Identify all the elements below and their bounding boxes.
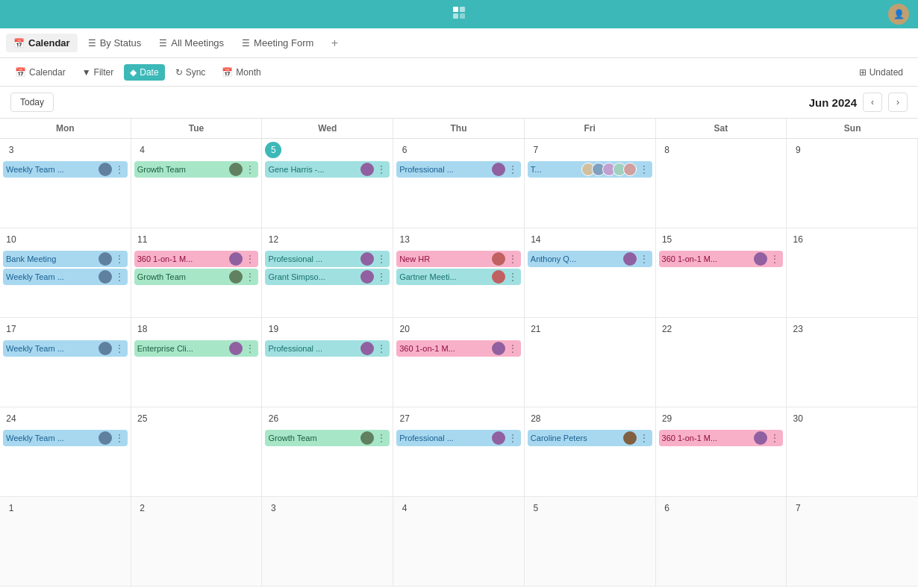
calendar-event[interactable]: Bank Meeting⋮ <box>3 251 128 267</box>
date-button[interactable]: ◆ Date <box>124 64 164 81</box>
cell-date-number: 10 <box>3 231 19 248</box>
svg-rect-1 <box>460 7 465 12</box>
event-menu-dots[interactable]: ⋮ <box>376 343 387 354</box>
event-menu-dots[interactable]: ⋮ <box>114 253 125 265</box>
event-menu-dots[interactable]: ⋮ <box>639 253 649 265</box>
cell-top: 7+ <box>528 142 652 158</box>
tab-meeting-form[interactable]: ☰ Meeting Form <box>234 34 321 52</box>
month-button[interactable]: 📅 Month <box>216 64 266 81</box>
event-menu-dots[interactable]: ⋮ <box>639 163 649 175</box>
cell-date-number: 13 <box>396 231 413 248</box>
calendar-cell: 14+Anthony Q...⋮ <box>525 228 656 318</box>
event-avatar <box>492 270 505 284</box>
calendar-event[interactable]: Growth Team⋮ <box>134 269 259 285</box>
cell-top: 17+ <box>3 321 128 337</box>
event-menu-dots[interactable]: ⋮ <box>508 163 518 175</box>
event-avatar <box>229 342 243 355</box>
event-avatar <box>99 252 112 266</box>
tab-by-status[interactable]: ☰ By Status <box>81 34 149 52</box>
event-menu-dots[interactable]: ⋮ <box>245 253 255 265</box>
event-menu-dots[interactable]: ⋮ <box>376 271 387 283</box>
svg-rect-0 <box>453 7 458 12</box>
event-menu-dots[interactable]: ⋮ <box>114 163 125 175</box>
undated-button[interactable]: ⊞ Undated <box>853 64 909 81</box>
cell-top: 16+ <box>790 231 914 248</box>
calendar-event[interactable]: 360 1-on-1 M...⋮ <box>134 251 259 267</box>
calendar-event[interactable]: Weekly Team ...⋮ <box>3 269 128 285</box>
calendar-cell: 1+ <box>0 497 131 587</box>
calendar-event[interactable]: Grant Simpso...⋮ <box>265 269 390 285</box>
event-menu-dots[interactable]: ⋮ <box>769 432 780 444</box>
app-logo <box>450 4 468 25</box>
calendar-event[interactable]: 360 1-on-1 M...⋮ <box>396 340 521 357</box>
calendar-event[interactable]: Growth Team⋮ <box>134 161 259 178</box>
event-menu-dots[interactable]: ⋮ <box>376 163 387 175</box>
event-menu-dots[interactable]: ⋮ <box>508 253 518 265</box>
sync-button[interactable]: ↻ Sync <box>169 64 212 81</box>
cell-date-number: 7 <box>528 142 544 158</box>
calendar-event[interactable]: Weekly Team ...⋮ <box>3 161 128 178</box>
calendar-event[interactable]: Professional ...⋮ <box>396 430 521 446</box>
tab-all-meetings[interactable]: ☰ All Meetings <box>152 34 231 52</box>
calendar-event[interactable]: New HR⋮ <box>396 251 521 267</box>
filter-button[interactable]: ▼ Filter <box>76 64 120 81</box>
calendar-cell: 30+ <box>787 407 918 497</box>
calendar-event[interactable]: Weekly Team ...⋮ <box>3 430 128 446</box>
cell-top: 4+ <box>134 142 259 158</box>
event-menu-dots[interactable]: ⋮ <box>114 343 125 354</box>
calendar-event[interactable]: Professional ...⋮ <box>265 340 390 357</box>
day-header-sat: Sat <box>656 119 787 138</box>
event-menu-dots[interactable]: ⋮ <box>508 432 518 444</box>
calendar-cell: 3+Weekly Team ...⋮ <box>0 139 131 228</box>
calendar-event[interactable]: Caroline Peters⋮ <box>528 430 652 446</box>
calendar-cell: 26+Growth Team⋮ <box>262 407 393 497</box>
day-header-mon: Mon <box>0 119 131 138</box>
event-menu-dots[interactable]: ⋮ <box>245 343 255 354</box>
event-menu-dots[interactable]: ⋮ <box>114 432 125 444</box>
cell-date-number: 27 <box>396 410 413 427</box>
event-label: Growth Team <box>137 165 228 174</box>
calendar-event[interactable]: Enterprise Cli...⋮ <box>134 340 259 357</box>
event-menu-dots[interactable]: ⋮ <box>508 271 518 283</box>
calendar-cell: 4+ <box>393 497 525 587</box>
calendar-event[interactable]: Professional ...⋮ <box>265 251 390 267</box>
event-menu-dots[interactable]: ⋮ <box>114 271 125 283</box>
event-menu-dots[interactable]: ⋮ <box>376 253 387 265</box>
calendar-event[interactable]: 360 1-on-1 M...⋮ <box>659 251 784 267</box>
add-tab-button[interactable]: + <box>324 33 345 54</box>
calendar-event[interactable]: T...⋮ <box>528 161 652 178</box>
user-avatar[interactable]: 👤 <box>888 4 909 25</box>
calendar-cell: 25+ <box>131 407 263 497</box>
day-header-tue: Tue <box>131 119 263 138</box>
calendar-event[interactable]: 360 1-on-1 M...⋮ <box>659 430 784 446</box>
cell-date-number: 30 <box>790 410 806 427</box>
cell-top: 26+ <box>265 410 390 427</box>
event-menu-dots[interactable]: ⋮ <box>508 343 518 354</box>
calendar-event[interactable]: Growth Team⋮ <box>265 430 390 446</box>
calendar-cell: 12+Professional ...⋮Grant Simpso...⋮ <box>262 228 393 318</box>
cell-top: 25+ <box>134 410 259 427</box>
event-label: T... <box>531 165 579 174</box>
today-button[interactable]: Today <box>10 93 54 112</box>
calendar-event[interactable]: Gene Harris -...⋮ <box>265 161 390 178</box>
day-header-wed: Wed <box>262 119 393 138</box>
event-menu-dots[interactable]: ⋮ <box>376 432 387 444</box>
by-status-tab-icon: ☰ <box>88 38 96 49</box>
prev-month-button[interactable]: ‹ <box>863 93 882 112</box>
cell-top: 1+ <box>3 500 128 516</box>
next-month-button[interactable]: › <box>888 93 908 112</box>
cell-top: 27+ <box>396 410 521 427</box>
tab-calendar[interactable]: 📅 Calendar <box>6 34 78 52</box>
event-menu-dots[interactable]: ⋮ <box>245 271 255 283</box>
calendar-event[interactable]: Professional ...⋮ <box>396 161 521 178</box>
calendar-event[interactable]: Weekly Team ...⋮ <box>3 340 128 357</box>
event-menu-dots[interactable]: ⋮ <box>769 253 780 265</box>
cell-date-number: 14 <box>528 231 544 248</box>
event-menu-dots[interactable]: ⋮ <box>245 163 255 175</box>
calendar-event[interactable]: Anthony Q...⋮ <box>528 251 652 267</box>
calendar-view-button[interactable]: 📅 Calendar <box>9 64 72 81</box>
calendar-event[interactable]: Gartner Meeti...⋮ <box>396 269 521 285</box>
calendar-cell: 18+Enterprise Cli...⋮ <box>131 318 263 407</box>
event-menu-dots[interactable]: ⋮ <box>639 432 649 444</box>
calendar-cell: 11+360 1-on-1 M...⋮Growth Team⋮ <box>131 228 263 318</box>
